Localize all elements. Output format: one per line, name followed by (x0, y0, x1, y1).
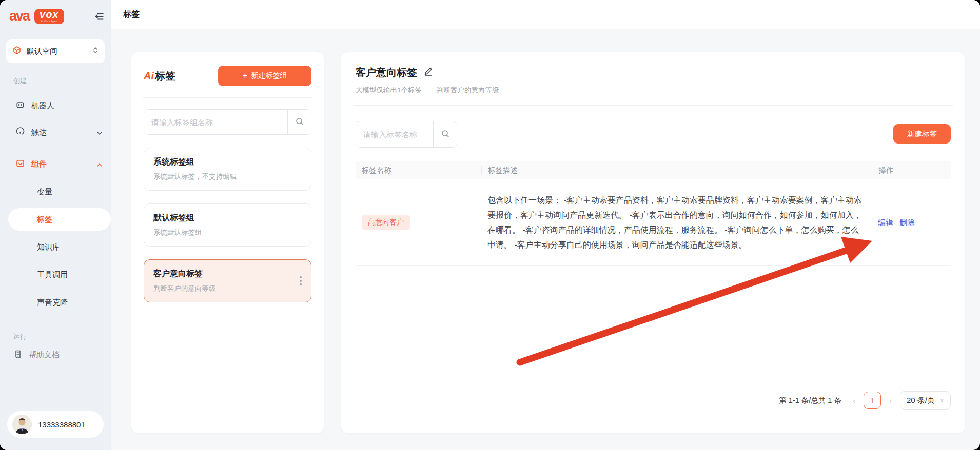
sidebar-item-label: 标签 (37, 215, 52, 224)
tag-group-description: 判断客户的意向等级 (437, 86, 499, 95)
chevron-up-icon (96, 160, 103, 169)
sidebar-item-knowledge-base[interactable]: 知识库 (0, 236, 111, 258)
sidebar-item-label: 声音克隆 (37, 298, 68, 308)
avatar (12, 415, 32, 434)
search-icon (441, 129, 450, 140)
app-window: ava vox AI Voice Agent 默认空间 (0, 0, 980, 450)
tag-group-name: 客户意向标签 (153, 269, 302, 279)
sidebar-section-run: 运行 (0, 314, 111, 343)
tag-group-desc: 判断客户的意向等级 (153, 284, 302, 293)
tag-group-card-customer-intent[interactable]: 客户意向标签 判断客户的意向等级 (144, 259, 311, 302)
user-account[interactable]: 13333388801 (7, 411, 104, 438)
search-icon (295, 117, 304, 128)
page-title: 标签 (123, 9, 140, 20)
tag-group-card-default[interactable]: 默认标签组 系统默认标签组 (144, 203, 311, 247)
panel-title: Ai标签 (144, 69, 175, 83)
sidebar: ava vox AI Voice Agent 默认空间 (0, 0, 111, 450)
new-tag-button[interactable]: 新建标签 (893, 124, 951, 144)
sidebar-item-reach[interactable]: 触达 (0, 121, 111, 144)
column-header-actions: 操作 (872, 166, 951, 175)
robot-icon (15, 100, 25, 111)
workspace-name: 默认空间 (27, 47, 87, 56)
divider (13, 90, 103, 90)
tag-detail-panel: 客户意向标签 大模型仅输出1个标签 判断客户的意向等级 (341, 52, 965, 433)
sidebar-item-label: 组件 (31, 159, 90, 169)
table-row: 高意向客户 包含以下任一场景： -客户主动索要产品资料，客户主动索要品牌资料，客… (356, 179, 951, 266)
sidebar-item-variables[interactable]: 变量 (0, 180, 111, 203)
sidebar-item-tags[interactable]: 标签 (8, 208, 111, 231)
group-search-input[interactable] (144, 110, 287, 134)
edit-pencil-icon[interactable] (423, 67, 433, 78)
divider (354, 105, 953, 106)
component-icon (15, 158, 25, 170)
model-output-note: 大模型仅输出1个标签 (356, 86, 422, 95)
tags-table: 标签名称 标签描述 操作 高意向客户 包含以下任一场景： -客户主动索要产品资料… (356, 161, 951, 266)
pagination-summary: 第 1-1 条/总共 1 条 (779, 396, 841, 405)
sidebar-item-label: 变量 (37, 187, 52, 197)
tag-group-desc: 系统默认标签，不支持编辑 (153, 172, 302, 181)
cube-icon (12, 46, 22, 57)
group-search (144, 109, 311, 135)
broadcast-icon (15, 127, 25, 138)
actions-cell: 编辑 删除 (872, 218, 951, 228)
topbar: 标签 (111, 0, 980, 29)
new-tag-group-label: 新建标签组 (251, 71, 287, 80)
logo-tagline: AI Voice Agent (41, 20, 58, 23)
chevron-up-down-icon (92, 46, 99, 56)
logo: ava vox AI Voice Agent (0, 6, 111, 24)
workspace-selector[interactable]: 默认空间 (6, 39, 105, 63)
new-tag-label: 新建标签 (907, 129, 937, 139)
tag-group-name: 系统标签组 (153, 157, 302, 168)
tag-group-desc: 系统默认标签组 (153, 228, 302, 237)
page-size-value: 20 条/页 (907, 396, 935, 405)
tag-search-input[interactable] (356, 121, 433, 147)
column-header-tag-desc: 标签描述 (481, 166, 872, 175)
logo-vox-badge: vox AI Voice Agent (34, 9, 64, 24)
sidebar-item-label: 帮助文档 (29, 350, 60, 360)
divider (143, 97, 312, 98)
sidebar-item-voice-clone[interactable]: 声音克隆 (0, 291, 111, 314)
tag-group-title: 客户意向标签 (356, 66, 417, 79)
collapse-sidebar-icon[interactable] (93, 11, 105, 22)
tag-group-card-system[interactable]: 系统标签组 系统默认标签，不支持编辑 (144, 148, 311, 191)
sidebar-item-label: 工具调用 (37, 270, 68, 280)
sidebar-item-tool-calls[interactable]: 工具调用 (0, 263, 111, 286)
sidebar-item-label: 机器人 (31, 101, 103, 111)
ai-logo-text: Ai (144, 70, 154, 81)
sidebar-item-help-docs[interactable]: 帮助文档 (0, 343, 111, 366)
new-tag-group-button[interactable]: + 新建标签组 (218, 66, 311, 86)
logo-ava-text: ava (9, 8, 29, 24)
divider (429, 87, 429, 94)
sidebar-item-label: 触达 (31, 128, 90, 137)
chevron-down-icon (96, 128, 103, 137)
sidebar-item-components[interactable]: 组件 (0, 153, 111, 175)
table-header: 标签名称 标签描述 操作 (356, 161, 951, 179)
chevron-down-icon: ∨ (940, 397, 944, 404)
tag-name-cell: 高意向客户 (356, 215, 481, 230)
logo-vox-text: vox (40, 9, 58, 19)
document-icon (13, 350, 23, 360)
sidebar-section-create: 创建 (0, 63, 111, 90)
group-search-button[interactable] (287, 110, 311, 134)
tag-desc-cell: 包含以下任一场景： -客户主动索要产品资料，客户主动索要品牌资料，客户主动索要案… (481, 193, 872, 252)
sidebar-item-label: 知识库 (37, 242, 60, 252)
prev-page-icon[interactable]: ‹ (852, 396, 856, 405)
column-header-tag-name: 标签名称 (356, 166, 481, 175)
edit-link[interactable]: 编辑 (878, 218, 893, 228)
page-number-button[interactable]: 1 (864, 392, 881, 409)
user-phone: 13333388801 (38, 420, 85, 429)
tag-group-panel: Ai标签 + 新建标签组 系统标签组 系统默认标签，不支持编辑 默认标签组 系统… (131, 52, 324, 433)
tag-search-button[interactable] (433, 121, 457, 147)
next-page-icon[interactable]: › (888, 396, 893, 405)
plus-icon: + (243, 71, 248, 81)
tag-group-name: 默认标签组 (153, 213, 302, 223)
tag-chip: 高意向客户 (362, 215, 410, 230)
sidebar-item-robots[interactable]: 机器人 (0, 94, 111, 117)
delete-link[interactable]: 删除 (899, 218, 915, 228)
page-size-select[interactable]: 20 条/页 ∨ (900, 391, 951, 410)
tag-search (356, 121, 457, 148)
pagination: 第 1-1 条/总共 1 条 ‹ 1 › 20 条/页 ∨ (779, 391, 951, 410)
panel-title-text: 标签 (155, 70, 175, 81)
more-options-icon[interactable] (298, 274, 304, 288)
